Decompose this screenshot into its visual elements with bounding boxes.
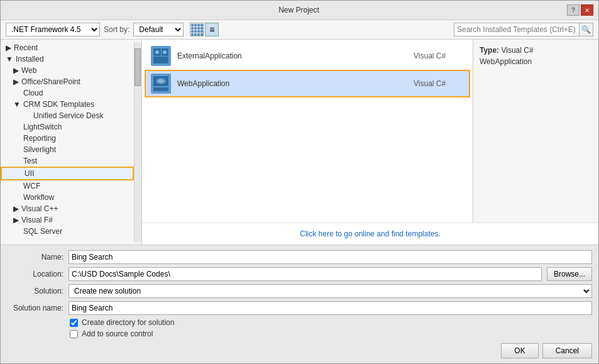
svg-point-4 <box>155 50 159 54</box>
add-source-label: Add to source control <box>82 329 153 338</box>
sidebar-scrollbar[interactable] <box>134 42 141 242</box>
sidebar-item-recent[interactable]: ▶ Recent <box>1 42 134 53</box>
title-bar: New Project ? ✕ <box>1 1 598 20</box>
create-dir-label: Create directory for solution <box>82 318 174 327</box>
checkbox-area: Create directory for solution Add to sou… <box>70 318 592 338</box>
installed-triangle-icon: ▼ <box>6 55 13 63</box>
sidebar-item-visualcpp-label: Visual C++ <box>21 204 58 213</box>
location-input[interactable] <box>69 267 542 281</box>
project-name-external: ExternalApplication <box>177 52 407 60</box>
info-type-row: Type: Visual C# <box>480 46 592 55</box>
sort-label: Sort by: <box>104 25 129 34</box>
ok-button[interactable]: OK <box>501 343 538 358</box>
sidebar-item-cloud[interactable]: Cloud <box>1 87 134 99</box>
project-item-webapp[interactable]: WebApplication Visual C# <box>145 70 470 97</box>
solution-select-wrapper: Create new solution <box>69 284 592 298</box>
visualfsharp-triangle-icon: ▶ <box>13 216 19 224</box>
webapp-icon <box>151 74 171 94</box>
framework-select[interactable]: .NET Framework 4.5 <box>6 23 100 36</box>
type-value: Visual C# <box>501 46 533 55</box>
sidebar-item-test[interactable]: Test <box>1 155 134 167</box>
sidebar-item-visualfsharp-label: Visual F# <box>21 216 53 224</box>
list-view-button[interactable]: ≡ <box>205 23 219 36</box>
sidebar-item-uii[interactable]: UII <box>1 167 134 180</box>
project-area: ExternalApplication Visual C# <box>142 40 598 245</box>
bottom-form: Name: Location: Browse... Solution: Crea… <box>1 245 598 363</box>
sidebar-item-recent-label: Recent <box>14 43 38 52</box>
svg-point-5 <box>163 50 167 54</box>
sidebar-item-silverlight[interactable]: Silverlight <box>1 144 134 155</box>
sidebar-item-installed-label: Installed <box>16 55 44 63</box>
help-button[interactable]: ? <box>567 4 580 16</box>
sort-select[interactable]: Default <box>133 23 184 36</box>
solution-name-label: Solution name: <box>7 304 63 312</box>
external-app-icon <box>151 46 171 66</box>
name-label: Name: <box>7 253 63 262</box>
main-content: ▶ Recent ▼ Installed ▶ Web ▶ Office/Shar… <box>1 40 598 245</box>
project-icon-external <box>151 46 171 66</box>
new-project-dialog: New Project ? ✕ .NET Framework 4.5 Sort … <box>0 0 599 364</box>
info-panel: Type: Visual C# WebApplication <box>473 40 598 223</box>
sidebar-item-office[interactable]: ▶ Office/SharePoint <box>1 76 134 87</box>
tile-view-button[interactable] <box>190 23 204 36</box>
sidebar-item-usd-label: Unified Service Desk <box>33 111 103 120</box>
sidebar-item-visualcpp[interactable]: ▶ Visual C++ <box>1 203 134 214</box>
sidebar-item-wcf[interactable]: WCF <box>1 180 134 192</box>
sidebar-item-crm[interactable]: ▼ CRM SDK Templates <box>1 99 134 110</box>
sidebar-item-visualfsharp[interactable]: ▶ Visual F# <box>1 214 134 226</box>
search-box: 🔍 <box>454 23 593 36</box>
sidebar-item-usd[interactable]: Unified Service Desk <box>1 110 134 121</box>
dialog-title: New Project <box>31 6 567 14</box>
location-label: Location: <box>7 270 63 279</box>
project-type-external: Visual C# <box>414 52 464 60</box>
create-dir-row: Create directory for solution <box>70 318 592 327</box>
location-row: Location: Browse... <box>7 267 592 281</box>
solution-label: Solution: <box>7 287 63 295</box>
create-dir-checkbox[interactable] <box>70 319 78 327</box>
visualcpp-triangle-icon: ▶ <box>13 204 19 213</box>
sidebar-item-lightswitch[interactable]: LightSwitch <box>1 121 134 133</box>
search-button[interactable]: 🔍 <box>580 23 593 36</box>
sidebar-item-installed[interactable]: ▼ Installed <box>1 53 134 65</box>
add-source-row: Add to source control <box>70 329 592 338</box>
name-row: Name: <box>7 250 592 264</box>
info-description: WebApplication <box>480 57 592 66</box>
project-list-and-info: ExternalApplication Visual C# <box>142 40 598 223</box>
add-source-checkbox[interactable] <box>70 330 78 338</box>
svg-rect-8 <box>153 87 168 91</box>
name-input[interactable] <box>69 250 592 264</box>
office-triangle-icon: ▶ <box>13 77 19 86</box>
sidebar-item-lightswitch-label: LightSwitch <box>23 123 62 131</box>
bottom-buttons: OK Cancel <box>7 343 592 358</box>
browse-button[interactable]: Browse... <box>547 267 592 281</box>
solution-select[interactable]: Create new solution <box>69 284 592 298</box>
sidebar-item-workflow[interactable]: Workflow <box>1 192 134 203</box>
sidebar-item-office-label: Office/SharePoint <box>21 77 80 86</box>
web-triangle-icon: ▶ <box>13 66 19 75</box>
sidebar-item-wcf-label: WCF <box>23 182 40 190</box>
sidebar-item-web[interactable]: ▶ Web <box>1 65 134 76</box>
solution-row: Solution: Create new solution <box>7 284 592 298</box>
online-templates-link[interactable]: Click here to go online and find templat… <box>300 229 440 238</box>
search-input[interactable] <box>454 23 580 36</box>
sidebar-item-sqlserver[interactable]: SQL Server <box>1 226 134 237</box>
solution-name-row: Solution name: <box>7 301 592 315</box>
sidebar-item-reporting[interactable]: Reporting <box>1 133 134 144</box>
type-label: Type: <box>480 46 499 55</box>
project-icon-webapp <box>151 74 171 94</box>
search-icon: 🔍 <box>581 25 591 34</box>
online-link-area: Click here to go online and find templat… <box>142 223 598 245</box>
tile-view-icon <box>191 24 203 36</box>
project-type-webapp: Visual C# <box>414 79 464 88</box>
sidebar-item-test-label: Test <box>23 157 37 165</box>
solution-name-input[interactable] <box>69 301 592 315</box>
project-item-external[interactable]: ExternalApplication Visual C# <box>145 42 470 70</box>
close-button[interactable]: ✕ <box>581 4 593 16</box>
sidebar: ▶ Recent ▼ Installed ▶ Web ▶ Office/Shar… <box>1 40 142 245</box>
cancel-button[interactable]: Cancel <box>542 343 592 358</box>
sidebar-scroll-thumb[interactable] <box>135 48 141 86</box>
svg-rect-3 <box>153 57 168 63</box>
crm-triangle-icon: ▼ <box>13 100 21 109</box>
sidebar-item-reporting-label: Reporting <box>23 134 56 143</box>
view-icons: ≡ <box>190 23 219 36</box>
